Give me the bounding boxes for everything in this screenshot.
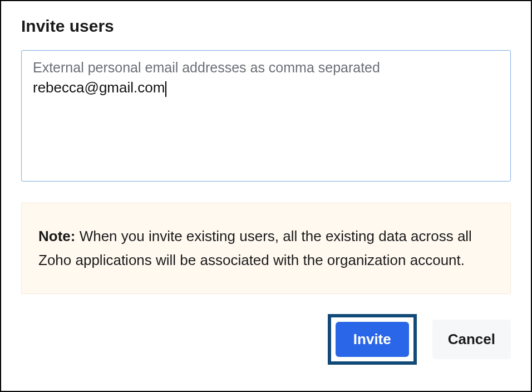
email-input-label: External personal email addresses as com… <box>33 60 499 76</box>
note-text: Note: When you invite existing users, al… <box>38 224 487 272</box>
note-body: When you invite existing users, all the … <box>38 228 472 268</box>
email-input-value: rebecca@gmail.com <box>33 79 166 96</box>
note-prefix: Note: <box>38 228 75 244</box>
cancel-button[interactable]: Cancel <box>432 320 511 359</box>
invite-users-modal: Invite users External personal email add… <box>0 0 532 392</box>
text-cursor <box>165 81 166 97</box>
invite-button[interactable]: Invite <box>336 322 409 357</box>
modal-title: Invite users <box>21 17 511 36</box>
note-box: Note: When you invite existing users, al… <box>21 203 511 294</box>
invite-highlight-frame: Invite <box>328 314 417 365</box>
email-input[interactable]: External personal email addresses as com… <box>21 50 511 182</box>
button-row: Invite Cancel <box>21 314 511 365</box>
